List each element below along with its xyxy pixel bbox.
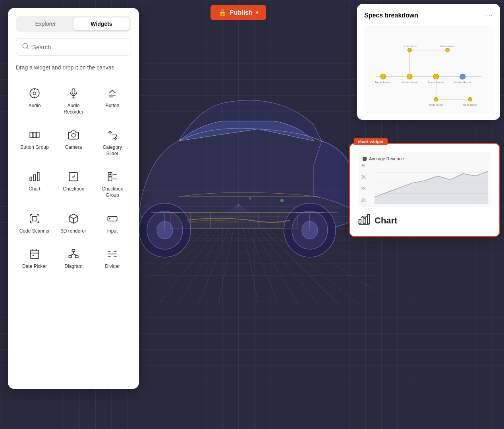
svg-rect-74 [75, 256, 78, 258]
audio-recorder-icon [66, 86, 81, 100]
specs-header: Specs breakdown ⋯ [364, 11, 493, 20]
svg-rect-51 [33, 132, 36, 138]
chart-widget-panel: chart widget Average Revenue 4K 3K 2K 1K [349, 143, 500, 237]
legend-dot [363, 157, 367, 161]
svg-rect-67 [31, 250, 39, 259]
chart-icon [27, 169, 42, 184]
svg-rect-56 [34, 175, 36, 181]
svg-rect-63 [32, 216, 37, 221]
diagram-icon [66, 247, 81, 261]
widget-item-3d-renderer[interactable]: 3D renderer [55, 207, 92, 239]
chart-area-svg [375, 162, 488, 204]
svg-rect-112 [359, 219, 361, 224]
search-box [16, 38, 131, 56]
widget-item-input[interactable]: Input [94, 207, 131, 239]
widget-label-code-scanner: Code Scanner [19, 228, 50, 235]
widget-item-checkbox[interactable]: Checkbox [55, 165, 92, 203]
widget-label-3d-renderer: 3D renderer [61, 228, 86, 235]
car-3d-view [99, 32, 377, 329]
svg-line-40 [27, 47, 28, 48]
svg-text:Node Name: Node Name [463, 104, 477, 106]
search-input[interactable] [32, 44, 125, 50]
svg-rect-50 [30, 132, 33, 138]
widget-label-button: Button [106, 103, 120, 109]
svg-rect-73 [69, 256, 71, 258]
audio-icon [27, 86, 42, 100]
widget-label-audio-recorder: Audio Recorder [58, 103, 89, 115]
input-icon [105, 212, 120, 226]
widget-label-checkbox: Checkbox [63, 186, 84, 192]
widget-label-category-slider: Category Slider [97, 144, 128, 157]
svg-line-77 [73, 254, 77, 256]
chart-y-labels: 4K 3K 2K 1K [361, 164, 366, 202]
svg-rect-110 [367, 214, 369, 224]
publish-icon: 🔒 [218, 9, 226, 16]
chart-large-label: Chart [375, 215, 397, 226]
chart-large-icon [358, 213, 371, 228]
specs-title: Specs breakdown [364, 12, 418, 19]
drag-hint-text: Drag a widget and drop it on the canvas [16, 63, 131, 72]
svg-text:Node Name: Node Name [454, 81, 471, 84]
sidebar-tabs: Explorer Widgets [16, 16, 131, 32]
widget-item-diagram[interactable]: Diagram [55, 242, 92, 275]
category-slider-icon [105, 128, 120, 142]
svg-point-101 [434, 97, 438, 101]
chart-legend: Average Revenue [363, 156, 487, 161]
widget-label-chart: Chart [29, 186, 40, 192]
chart-legend-label: Average Revenue [369, 156, 404, 161]
svg-text:Node Name: Node Name [375, 81, 391, 84]
svg-point-88 [460, 74, 465, 79]
chevron-down-icon: ▾ [256, 10, 258, 15]
svg-rect-45 [72, 88, 75, 94]
y-label-1k: 1K [361, 198, 366, 202]
widget-grid: Audio Audio Recorder Button [16, 81, 131, 275]
widget-label-button-group: Button Group [20, 144, 48, 151]
y-label-4k: 4K [361, 164, 366, 168]
widget-label-diagram: Diagram [64, 264, 82, 270]
publish-button[interactable]: 🔒 Publish ▾ [210, 5, 266, 20]
svg-point-38 [249, 197, 251, 200]
widget-item-checkbox-group[interactable]: Checkbox Group [94, 165, 131, 203]
widget-item-date-picker[interactable]: Date Picker [16, 242, 53, 275]
widget-item-divider[interactable]: Divider [94, 242, 131, 275]
widget-label-date-picker: Date Picker [22, 264, 47, 270]
3d-renderer-icon [66, 212, 81, 226]
y-label-2k: 2K [361, 187, 366, 191]
svg-rect-72 [72, 249, 75, 252]
checkbox-icon [66, 169, 81, 184]
chart-widget-badge: chart widget [354, 138, 388, 145]
button-group-icon [27, 128, 42, 142]
camera-icon [66, 128, 81, 142]
svg-point-53 [71, 134, 75, 137]
widget-label-camera: Camera [65, 144, 82, 151]
svg-text:Node Name: Node Name [403, 45, 417, 48]
widget-label-audio: Audio [29, 103, 41, 109]
chart-preview-area: Average Revenue 4K 3K 2K 1K [358, 152, 491, 207]
widget-item-button-group[interactable]: Button Group [16, 123, 53, 162]
code-scanner-icon [27, 212, 42, 226]
tab-explorer[interactable]: Explorer [17, 17, 73, 30]
widget-item-button[interactable]: Button [94, 81, 131, 120]
svg-point-85 [380, 74, 386, 79]
svg-rect-83 [364, 27, 493, 111]
tab-widgets[interactable]: Widgets [73, 17, 129, 30]
svg-text:Node Name: Node Name [402, 81, 418, 84]
svg-rect-61 [108, 177, 112, 181]
svg-rect-57 [30, 177, 32, 181]
specs-menu-button[interactable]: ⋯ [486, 11, 493, 20]
widget-item-audio[interactable]: Audio [16, 81, 53, 120]
widget-item-category-slider[interactable]: Category Slider [94, 123, 131, 162]
sidebar-panel: Explorer Widgets Drag a widget and drop … [8, 8, 139, 389]
car-3d-svg [99, 46, 377, 315]
widget-item-code-scanner[interactable]: Code Scanner [16, 207, 53, 239]
svg-line-76 [70, 254, 73, 256]
widget-item-audio-recorder[interactable]: Audio Recorder [55, 81, 92, 120]
widget-item-chart[interactable]: Chart [16, 165, 53, 203]
svg-point-102 [468, 97, 472, 101]
svg-rect-55 [37, 173, 39, 181]
widget-label-divider: Divider [105, 264, 120, 270]
svg-text:Node Name: Node Name [440, 45, 455, 48]
widget-item-camera[interactable]: Camera [55, 123, 92, 162]
svg-point-42 [33, 92, 36, 95]
svg-point-96 [446, 48, 450, 52]
